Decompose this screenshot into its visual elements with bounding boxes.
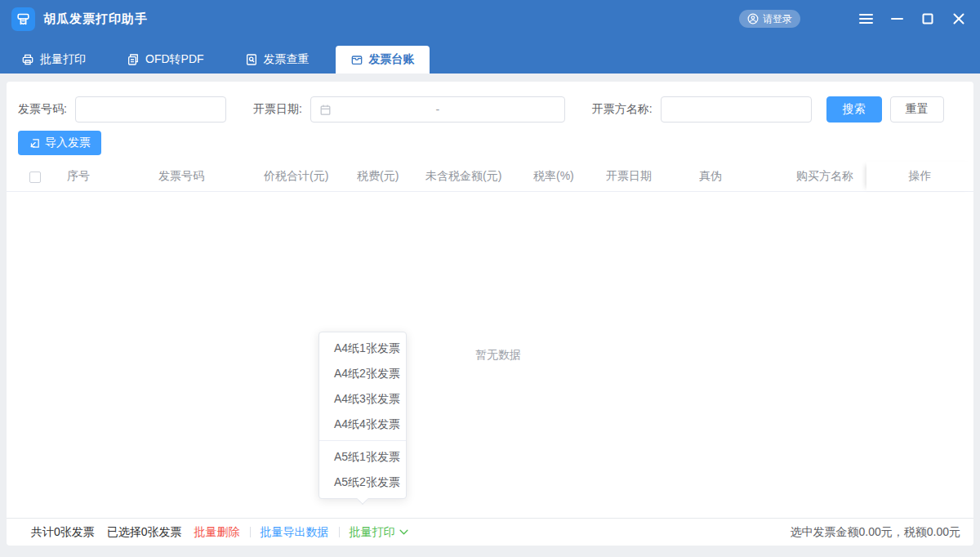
issuer-name-label: 开票方名称: bbox=[592, 102, 653, 117]
col-header-seq: 序号 bbox=[62, 169, 158, 184]
menu-divider bbox=[319, 440, 406, 441]
issuer-name-input[interactable] bbox=[661, 96, 812, 123]
chevron-down-icon bbox=[399, 529, 408, 535]
col-header-actions: 操作 bbox=[866, 162, 973, 191]
col-header-authenticity: 真伪 bbox=[699, 169, 796, 184]
date-range-separator: - bbox=[311, 103, 564, 116]
print-menu-popup: A4纸1张发票 A4纸2张发票 A4纸3张发票 A4纸4张发票 A5纸1张发票 … bbox=[318, 332, 407, 499]
titlebar: 胡瓜发票打印助手 请登录 bbox=[0, 0, 980, 38]
col-header-tax-rate: 税率(%) bbox=[533, 169, 606, 184]
main-panel: 发票号码: 开票日期: - 开票方名称: 搜索 重置 bbox=[7, 82, 973, 546]
minimize-icon[interactable] bbox=[889, 11, 905, 27]
batch-export-button[interactable]: 批量导出数据 bbox=[261, 525, 329, 540]
col-header-issue-date: 开票日期 bbox=[606, 169, 699, 184]
invoice-date-label: 开票日期: bbox=[253, 102, 302, 117]
table-body: 暂无数据 bbox=[7, 192, 973, 518]
tab-label: OFD转PDF bbox=[145, 52, 204, 67]
invoice-number-input[interactable] bbox=[75, 96, 226, 123]
import-invoice-button[interactable]: 导入发票 bbox=[18, 131, 101, 155]
tab-bar: 批量打印 OFD转PDF 发票查重 bbox=[0, 38, 980, 74]
print-menu-item-a4-1[interactable]: A4纸1张发票 bbox=[319, 336, 406, 361]
panel-footer: 共计0张发票 已选择0张发票 批量删除 批量导出数据 批量打印 选中发票金额0.… bbox=[7, 518, 973, 546]
invoice-date-range-input[interactable]: - bbox=[310, 96, 565, 123]
file-search-icon bbox=[245, 53, 258, 66]
user-icon bbox=[747, 13, 759, 25]
batch-delete-button[interactable]: 批量删除 bbox=[194, 525, 240, 540]
menu-icon[interactable] bbox=[858, 11, 874, 27]
tab-label: 发票查重 bbox=[264, 52, 310, 67]
batch-print-button[interactable]: 批量打印 bbox=[350, 525, 408, 540]
selected-amount-summary: 选中发票金额0.00元，税额0.00元 bbox=[791, 525, 961, 540]
toolbar: 导入发票 bbox=[7, 123, 973, 155]
total-count-text: 共计0张发票 bbox=[31, 525, 95, 540]
col-header-buyer-name: 购买方名称 bbox=[796, 169, 866, 184]
import-icon bbox=[29, 137, 41, 149]
ledger-icon bbox=[350, 53, 363, 66]
batch-print-label: 批量打印 bbox=[350, 525, 395, 540]
login-button[interactable]: 请登录 bbox=[739, 10, 800, 28]
print-menu-item-a5-1[interactable]: A5纸1张发票 bbox=[319, 444, 406, 470]
selected-count-text: 已选择0张发票 bbox=[107, 525, 182, 540]
close-icon[interactable] bbox=[951, 11, 967, 27]
col-header-invoice-no: 发票号码 bbox=[158, 169, 264, 184]
search-button[interactable]: 搜索 bbox=[826, 96, 882, 123]
table-header: 序号 发票号码 价税合计(元) 税费(元) 未含税金额(元) 税率(%) 开票日… bbox=[7, 162, 973, 192]
print-menu-item-a5-2[interactable]: A5纸2张发票 bbox=[319, 470, 406, 495]
app-title: 胡瓜发票打印助手 bbox=[43, 11, 148, 27]
col-header-tax: 税费(元) bbox=[357, 169, 425, 184]
printer-icon bbox=[21, 53, 34, 66]
tab-invoice-ledger[interactable]: 发票台账 bbox=[336, 46, 430, 74]
import-label: 导入发票 bbox=[45, 136, 91, 150]
select-all-checkbox[interactable] bbox=[29, 172, 41, 183]
app-window: 胡瓜发票打印助手 请登录 bbox=[0, 0, 980, 557]
maximize-icon[interactable] bbox=[920, 11, 936, 27]
divider bbox=[250, 527, 251, 537]
divider bbox=[339, 527, 340, 537]
login-label: 请登录 bbox=[763, 12, 792, 26]
tab-label: 批量打印 bbox=[40, 52, 86, 67]
tab-ofd-to-pdf[interactable]: OFD转PDF bbox=[112, 46, 219, 74]
file-convert-icon bbox=[127, 53, 140, 66]
print-menu-item-a4-2[interactable]: A4纸2张发票 bbox=[319, 361, 406, 386]
invoice-number-label: 发票号码: bbox=[18, 102, 67, 117]
app-logo-icon bbox=[11, 7, 35, 31]
print-menu-item-a4-3[interactable]: A4纸3张发票 bbox=[319, 386, 406, 412]
print-menu-item-a4-4[interactable]: A4纸4张发票 bbox=[319, 412, 406, 437]
tab-batch-print[interactable]: 批量打印 bbox=[7, 46, 100, 74]
filter-row: 发票号码: 开票日期: - 开票方名称: 搜索 重置 bbox=[7, 82, 973, 123]
col-header-amount-ex-tax: 未含税金额(元) bbox=[425, 169, 533, 184]
tab-invoice-dedup[interactable]: 发票查重 bbox=[230, 46, 324, 74]
tab-label: 发票台账 bbox=[369, 52, 415, 67]
empty-state-text: 暂无数据 bbox=[475, 348, 521, 363]
reset-button[interactable]: 重置 bbox=[890, 96, 944, 123]
col-header-total-with-tax: 价税合计(元) bbox=[264, 169, 357, 184]
